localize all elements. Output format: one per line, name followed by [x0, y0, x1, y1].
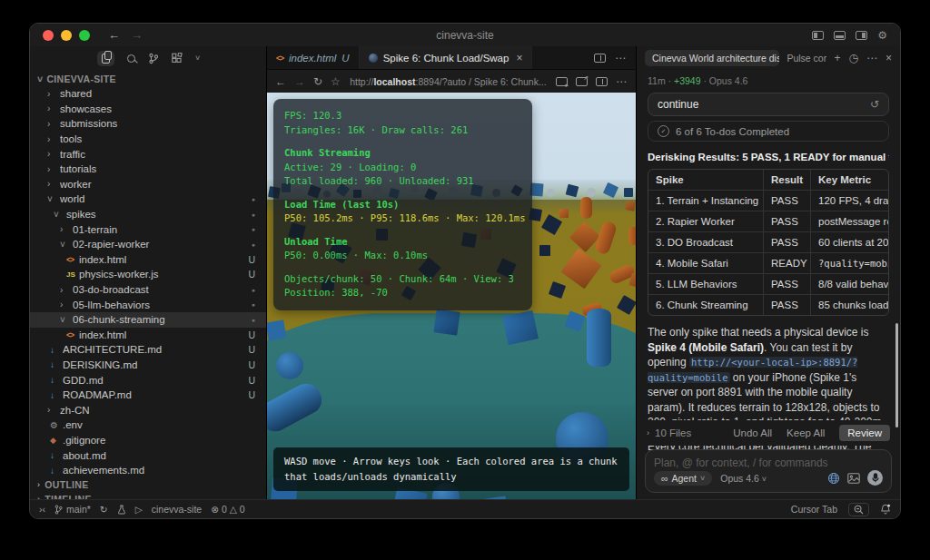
model-selector[interactable]: Opus 4.6 ˅ — [720, 473, 767, 484]
browser-more-icon[interactable]: ⋯ — [616, 75, 628, 88]
zoom-magnifier-icon[interactable] — [848, 503, 869, 516]
browser-back-icon[interactable]: ← — [275, 75, 286, 88]
close-tab-icon[interactable]: × — [516, 52, 522, 64]
voice-mic-icon[interactable] — [867, 470, 883, 486]
explorer-root[interactable]: ˅ CINEVVA-SITE — [30, 72, 266, 86]
tree-item[interactable]: › 03-do-broadcast ● — [30, 282, 266, 298]
history-back-icon[interactable]: ← — [108, 28, 120, 42]
extensions-icon[interactable] — [172, 53, 183, 64]
split-editor-icon[interactable] — [594, 54, 606, 63]
tree-item-badge: U — [242, 254, 255, 265]
tree-item[interactable]: › 05-llm-behaviors ● — [30, 297, 266, 312]
title-bar: ← → cinevva-site ⚙ — [30, 24, 900, 46]
chat-input[interactable]: Plan, @ for context, / for commands ∞ Ag… — [645, 449, 892, 493]
chat-scrollbar[interactable] — [895, 323, 898, 427]
notifications-bell-icon[interactable] — [880, 504, 891, 515]
tree-item[interactable]: ⚙ .env — [30, 418, 266, 433]
views-chevron-icon[interactable]: ˅ — [195, 54, 200, 63]
traffic-lights — [30, 30, 90, 41]
tree-item[interactable]: › tutorials — [30, 162, 266, 177]
source-control-icon[interactable] — [148, 53, 159, 64]
explorer-icon[interactable] — [97, 51, 114, 66]
browser-forward-icon[interactable]: → — [294, 75, 305, 88]
sync-icon[interactable]: ↻ — [100, 504, 108, 515]
browser-star-icon[interactable]: ☆ — [331, 75, 341, 88]
tree-item[interactable]: ↓ about.md — [30, 447, 266, 463]
settings-gear-icon[interactable]: ⚙ — [877, 30, 887, 41]
tree-item[interactable]: ˅ spikes ● — [30, 207, 266, 222]
chat-tab-inactive[interactable]: Pulse com — [787, 53, 826, 64]
tab-index-html[interactable]: <> index.html U — [267, 46, 360, 69]
remote-icon[interactable]: ›‹ — [39, 504, 45, 515]
tree-item[interactable]: ↓ achievements.md — [30, 463, 266, 478]
project-name[interactable]: cinevva-site — [152, 504, 202, 515]
tree-item[interactable]: › submissions — [30, 116, 266, 132]
tree-item[interactable]: › worker — [30, 177, 266, 192]
tab-spike6-browser[interactable]: Spike 6: Chunk Load/Swap × — [360, 46, 533, 69]
undo-all-button[interactable]: Undo All — [733, 427, 772, 438]
spike-cell: 5. LLM Behaviors — [648, 274, 763, 294]
tree-item-icon: JS — [66, 270, 79, 279]
tree-item-icon: ˅ — [54, 210, 66, 220]
webgl-scene[interactable]: FPS: 120.3Triangles: 16K · Draw calls: 2… — [267, 93, 636, 499]
browser-reload-icon[interactable]: ↻ — [313, 75, 322, 88]
assistant-paragraph-1: The only spike that needs a physical dev… — [648, 325, 889, 430]
tree-item[interactable]: ↓ GDD.md U — [30, 372, 266, 388]
close-chat-icon[interactable]: × — [885, 52, 892, 64]
review-button[interactable]: Review — [839, 425, 890, 441]
image-attach-icon[interactable] — [847, 473, 860, 484]
toggle-secondary-sidebar-icon[interactable] — [856, 31, 867, 40]
tree-item[interactable]: JS physics-worker.js U — [30, 267, 266, 282]
tree-item[interactable]: › 01-terrain ● — [30, 221, 266, 237]
maximize-window-button[interactable] — [79, 30, 90, 41]
tree-item[interactable]: ↓ ROADMAP.md U — [30, 388, 266, 403]
sidebar-section-header[interactable]: › TIMELINE — [30, 492, 266, 499]
minimize-window-button[interactable] — [61, 30, 72, 41]
user-message[interactable]: continue ↺ — [648, 93, 889, 116]
tree-item[interactable]: <> index.html U — [30, 328, 266, 343]
todos-summary[interactable]: ✓ 6 of 6 To-dos Completed — [648, 121, 889, 142]
files-count[interactable]: 10 Files — [655, 427, 691, 438]
stats-line: Active: 29 · Loading: 0 — [284, 161, 521, 175]
open-external-icon[interactable] — [576, 77, 588, 86]
tree-item[interactable]: ↓ ARCHITECTURE.md U — [30, 342, 266, 358]
tree-item[interactable]: ↓ DERISKING.md U — [30, 358, 266, 373]
tree-item[interactable]: › zh-CN — [30, 402, 266, 418]
agent-mode-selector[interactable]: ∞ Agent ˅ — [654, 471, 712, 486]
new-chat-icon[interactable]: + — [834, 52, 840, 64]
tree-item[interactable]: › shared — [30, 86, 266, 102]
problems-item[interactable]: ⊗ 0 △ 0 — [211, 504, 244, 515]
address-bar[interactable]: http://localhost:8894/?auto / Spike 6: C… — [349, 76, 548, 87]
chevron-right-icon[interactable]: › — [647, 428, 649, 437]
tree-item[interactable]: › traffic — [30, 146, 266, 162]
tree-item[interactable]: ◆ .gitignore — [30, 433, 266, 448]
search-icon[interactable] — [127, 54, 135, 63]
screencast-icon[interactable] — [556, 77, 568, 86]
history-clock-icon[interactable]: ◷ — [849, 52, 858, 64]
history-forward-icon[interactable]: → — [131, 28, 143, 42]
sidebar-section-header[interactable]: › OUTLINE — [30, 477, 266, 492]
flask-icon[interactable] — [117, 505, 126, 515]
web-globe-icon[interactable] — [827, 472, 840, 485]
chat-more-icon[interactable]: ⋯ — [866, 52, 877, 64]
more-actions-icon[interactable]: ⋯ — [615, 52, 627, 64]
tree-item[interactable]: ˅ 06-chunk-streaming ● — [30, 312, 266, 328]
tree-item[interactable]: › showcases — [30, 102, 266, 117]
chat-tab-active[interactable]: Cinevva World architecture disc — [645, 50, 779, 66]
keep-all-button[interactable]: Keep All — [787, 427, 825, 438]
close-window-button[interactable] — [43, 30, 54, 41]
html-file-icon: <> — [276, 54, 283, 63]
metric-cell: 8/8 valid behavior — [810, 274, 888, 294]
cursor-tab-toggle[interactable]: Cursor Tab — [791, 504, 837, 515]
split-view-icon[interactable] — [596, 77, 608, 86]
tree-item[interactable]: ˅ world ● — [30, 192, 266, 207]
undo-icon[interactable]: ↺ — [870, 98, 879, 111]
table-row: 1. Terrain + Instancing PASS 120 FPS, 4 … — [648, 190, 888, 211]
tree-item[interactable]: <> index.html U — [30, 252, 266, 268]
tree-item[interactable]: ˅ 02-rapier-worker ● — [30, 237, 266, 252]
tree-item[interactable]: › tools — [30, 132, 266, 147]
git-branch-item[interactable]: main* — [54, 504, 91, 515]
toggle-panel-icon[interactable] — [834, 31, 846, 40]
run-task-icon[interactable]: ▷ — [135, 504, 143, 515]
toggle-sidebar-icon[interactable] — [812, 31, 824, 40]
